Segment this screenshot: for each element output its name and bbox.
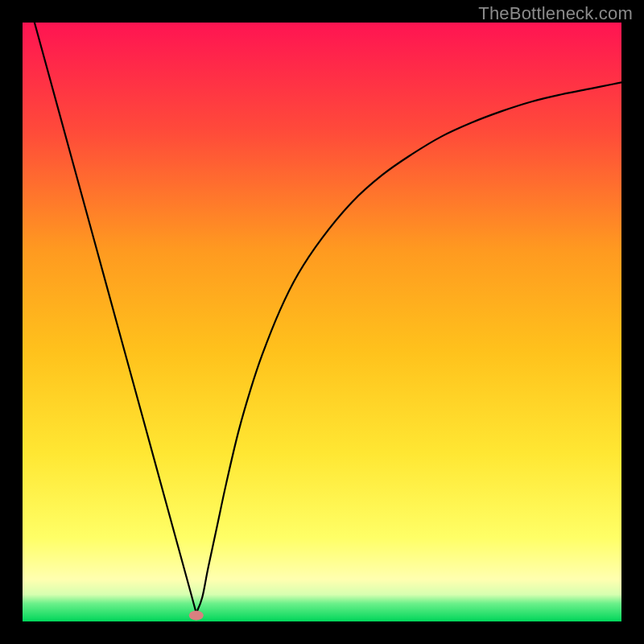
minimum-marker (189, 611, 204, 621)
chart-svg (23, 23, 621, 621)
marker-layer (189, 611, 204, 621)
plot-area (23, 23, 621, 621)
gradient-background (23, 23, 621, 621)
watermark-text: TheBottleneck.com (478, 3, 633, 24)
chart-frame: TheBottleneck.com (0, 0, 644, 644)
